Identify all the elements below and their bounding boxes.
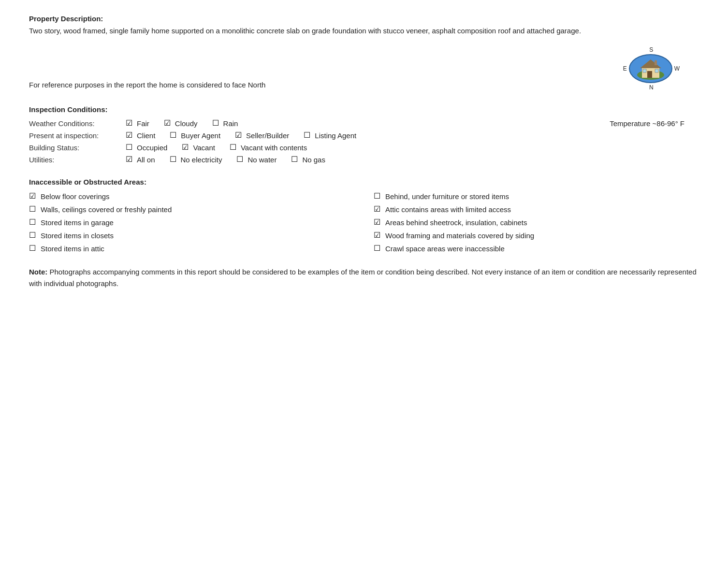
stored-closets-label: Stored items in closets [41, 231, 114, 240]
utilities-no-gas-checkbox: ☐ [291, 156, 300, 163]
present-inspection-label: Present at inspection: [29, 131, 126, 140]
temperature-label: Temperature ~86-96° F [610, 119, 684, 128]
walls-ceilings-checkbox: ☐ [29, 205, 38, 213]
temperature-item: Temperature ~86-96° F [610, 119, 684, 128]
utilities-no-electricity-checkbox: ☐ [170, 156, 178, 163]
weather-cloudy-label: Cloudy [175, 119, 198, 128]
weather-options: ☑ Fair ☑ Cloudy ☐ Rain Temperature ~86-9… [126, 119, 699, 128]
property-description-title: Property Description: [29, 14, 699, 23]
orientation-paragraph: For reference purposes in the report the… [29, 80, 613, 91]
present-buyer-agent-checkbox: ☐ [170, 131, 178, 139]
utilities-label: Utilities: [29, 156, 126, 164]
compass-image [629, 54, 672, 83]
stored-garage-checkbox: ☐ [29, 218, 38, 226]
compass-east-label: E [623, 65, 627, 72]
building-occupied-checkbox: ☐ [126, 144, 134, 151]
svg-rect-5 [655, 69, 658, 72]
note-paragraph: Note: Photographs accompanying comments … [29, 266, 699, 289]
property-description-section: Property Description: Two story, wood fr… [29, 14, 699, 37]
utilities-no-electricity-label: No electricity [181, 156, 222, 164]
below-floor-checkbox: ☑ [29, 192, 38, 200]
note-label: Note: [29, 268, 47, 276]
stored-attic-label: Stored items in attic [41, 245, 104, 253]
inaccessible-title: Inaccessible or Obstructed Areas: [29, 178, 699, 186]
present-client-label: Client [137, 131, 155, 140]
utilities-options: ☑ All on ☐ No electricity ☐ No water ☐ N… [126, 156, 699, 164]
building-occupied-item: ☐ Occupied [126, 144, 167, 152]
present-listing-agent-item: ☐ Listing Agent [304, 131, 356, 140]
weather-rain-checkbox: ☐ [212, 119, 221, 127]
compass-south-label: S [649, 46, 653, 53]
utilities-no-electricity-item: ☐ No electricity [170, 156, 222, 164]
behind-furniture-label: Behind, under furniture or stored items [385, 192, 509, 201]
utilities-all-on-item: ☑ All on [126, 156, 155, 164]
inaccessible-wood-framing: ☑ Wood framing and materials covered by … [374, 230, 699, 241]
compass-container: S E [623, 46, 680, 91]
behind-furniture-checkbox: ☐ [374, 192, 382, 200]
present-listing-agent-label: Listing Agent [315, 131, 356, 140]
attic-limited-label: Attic contains areas with limited access [385, 205, 511, 214]
weather-fair-checkbox: ☑ [126, 119, 134, 127]
crawl-space-checkbox: ☐ [374, 245, 382, 252]
compass-west-label: W [674, 65, 680, 72]
building-options: ☐ Occupied ☑ Vacant ☐ Vacant with conten… [126, 144, 699, 152]
building-vacant-contents-item: ☐ Vacant with contents [230, 144, 307, 152]
present-seller-label: Seller/Builder [246, 131, 289, 140]
inaccessible-grid: ☑ Below floor coverings ☐ Behind, under … [29, 191, 699, 254]
utilities-no-water-label: No water [248, 156, 277, 164]
building-vacant-label: Vacant [193, 144, 215, 152]
present-client-item: ☑ Client [126, 131, 155, 140]
crawl-space-label: Crawl space areas were inaccessible [385, 245, 505, 253]
inaccessible-behind-sheetrock: ☑ Areas behind sheetrock, insulation, ca… [374, 217, 699, 228]
weather-rain-label: Rain [223, 119, 238, 128]
weather-fair-item: ☑ Fair [126, 119, 149, 128]
building-vacant-checkbox: ☑ [182, 144, 190, 151]
utilities-no-water-item: ☐ No water [236, 156, 277, 164]
inaccessible-crawl-space: ☐ Crawl space areas were inaccessible [374, 243, 699, 254]
weather-fair-label: Fair [137, 119, 149, 128]
svg-rect-3 [647, 71, 652, 78]
weather-cloudy-item: ☑ Cloudy [164, 119, 198, 128]
present-buyer-agent-label: Buyer Agent [181, 131, 220, 140]
building-status-label: Building Status: [29, 144, 126, 152]
wood-framing-label: Wood framing and materials covered by si… [385, 231, 534, 240]
conditions-table: Weather Conditions: ☑ Fair ☑ Cloudy ☐ Ra… [29, 117, 699, 166]
building-status-row: Building Status: ☐ Occupied ☑ Vacant ☐ V… [29, 142, 699, 154]
building-vacant-contents-label: Vacant with contents [241, 144, 307, 152]
present-buyer-agent-item: ☐ Buyer Agent [170, 131, 220, 140]
orientation-text: For reference purposes in the report the… [29, 80, 613, 91]
house-svg [636, 57, 665, 81]
wood-framing-checkbox: ☑ [374, 231, 382, 239]
building-vacant-item: ☑ Vacant [182, 144, 215, 152]
inaccessible-stored-attic: ☐ Stored items in attic [29, 243, 354, 254]
utilities-no-gas-label: No gas [302, 156, 325, 164]
utilities-no-water-checkbox: ☐ [236, 156, 245, 163]
behind-sheetrock-checkbox: ☑ [374, 218, 382, 226]
compass-middle: E [623, 54, 680, 83]
weather-rain-item: ☐ Rain [212, 119, 238, 128]
building-occupied-label: Occupied [137, 144, 167, 152]
inaccessible-stored-garage: ☐ Stored items in garage [29, 217, 354, 228]
weather-cloudy-checkbox: ☑ [164, 119, 173, 127]
present-seller-checkbox: ☑ [235, 131, 244, 139]
svg-rect-4 [643, 69, 646, 72]
svg-rect-6 [655, 60, 657, 65]
property-description-text: Two story, wood framed, single family ho… [29, 26, 699, 37]
inaccessible-behind-furniture: ☐ Behind, under furniture or stored item… [374, 191, 699, 202]
svg-marker-2 [640, 59, 661, 68]
inaccessible-attic-limited: ☑ Attic contains areas with limited acce… [374, 204, 699, 215]
present-client-checkbox: ☑ [126, 131, 134, 139]
below-floor-label: Below floor coverings [41, 192, 110, 201]
weather-conditions-row: Weather Conditions: ☑ Fair ☑ Cloudy ☐ Ra… [29, 117, 699, 130]
inaccessible-stored-closets: ☐ Stored items in closets [29, 230, 354, 241]
orientation-section: For reference purposes in the report the… [29, 46, 699, 91]
utilities-all-on-checkbox: ☑ [126, 156, 134, 163]
walls-ceilings-label: Walls, ceilings covered or freshly paint… [41, 205, 172, 214]
inaccessible-below-floor: ☑ Below floor coverings [29, 191, 354, 202]
compass-north-label: N [649, 84, 654, 91]
inaccessible-walls-ceilings: ☐ Walls, ceilings covered or freshly pai… [29, 204, 354, 215]
weather-conditions-label: Weather Conditions: [29, 119, 126, 128]
utilities-row: Utilities: ☑ All on ☐ No electricity ☐ N… [29, 154, 699, 166]
present-seller-item: ☑ Seller/Builder [235, 131, 289, 140]
note-text: Photographs accompanying comments in thi… [29, 268, 697, 288]
